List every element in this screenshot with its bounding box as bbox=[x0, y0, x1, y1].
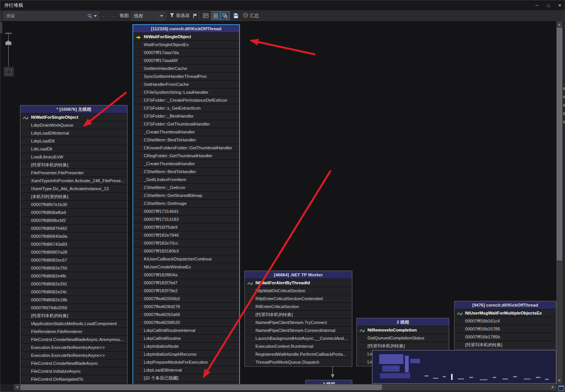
stack-header[interactable]: [112328] coreclr.dll!KickOffThread bbox=[133, 25, 239, 33]
stack-frame[interactable]: FileControl.InitializeAsync bbox=[20, 367, 127, 375]
stack-frame[interactable]: NtWaitForAlertByThreadId bbox=[245, 279, 352, 287]
stack-frame[interactable]: 00007fff16f75de9 bbox=[133, 223, 239, 231]
stacks-canvas[interactable]: [112328] coreclr.dll!KickOffThread NtWai… bbox=[14, 21, 556, 384]
stack-frame[interactable]: SyncGetItemHandlerThreadProc bbox=[133, 73, 239, 81]
stack-frame[interactable]: IXamlType.Do_Abi_ActivateInstance_13 bbox=[20, 185, 127, 193]
stack-frame[interactable]: RtlpEnterCriticalSectionContended bbox=[245, 295, 352, 303]
stack-frame[interactable]: 00007fff16b161c4 bbox=[454, 317, 556, 325]
stack-frame[interactable]: _GetILIndexFromItem bbox=[133, 176, 239, 184]
stack-frame[interactable]: NamedPipeClientStream.ConnectInternal bbox=[245, 327, 352, 335]
stack-frame[interactable]: 00007fff17aaa7da bbox=[133, 49, 239, 57]
stack-frame[interactable]: ExecutionContext.RunInternal bbox=[245, 342, 352, 350]
stack-box-112328[interactable]: [112328] coreclr.dll!KickOffThread NtWai… bbox=[132, 24, 240, 384]
method-view-toggle-button[interactable] bbox=[211, 11, 220, 20]
stack-frame[interactable]: LdrpInitializeNode bbox=[133, 342, 239, 350]
stack-frame[interactable]: NtRemoveIoCompletion bbox=[357, 326, 449, 334]
stack-frame[interactable]: [32 个条目已隐藏] bbox=[133, 374, 239, 382]
zoom-to-fit-button[interactable] bbox=[4, 67, 14, 76]
stack-frame[interactable]: [托管到本机的转换] bbox=[357, 342, 449, 350]
search-icon[interactable] bbox=[87, 14, 92, 19]
close-button[interactable]: ✕ bbox=[554, 0, 565, 10]
scroll-up-icon[interactable] bbox=[558, 23, 561, 26]
stack-frame[interactable]: CFileSysItemString::LoadHandler bbox=[133, 88, 239, 96]
stack-frame[interactable]: FilePresenter.FilePresenter bbox=[20, 169, 127, 177]
stack-frame[interactable]: 00007ffed6298520 bbox=[133, 319, 239, 327]
scroll-right-icon[interactable] bbox=[552, 386, 554, 389]
stack-frame[interactable]: 00007fff17aaa66f bbox=[133, 57, 239, 65]
stack-frame[interactable]: [托管到本机的转换] bbox=[245, 311, 352, 319]
stack-frame[interactable]: LaunchBackgroundHostAsync.__ConnectAnd..… bbox=[245, 335, 352, 342]
stack-frame[interactable]: Execution.ExecuteNoReentryAsync<> bbox=[20, 344, 127, 352]
stack-frame[interactable]: [托管到本机的转换] bbox=[454, 341, 556, 349]
stack-header[interactable]: [9476] coreclr.dll!KickOffThread bbox=[454, 301, 556, 309]
back-button[interactable]: ← bbox=[100, 12, 108, 20]
stack-frame[interactable]: FileControl.CreateNewBladeAsync.Anonymou… bbox=[20, 336, 127, 344]
stack-frame[interactable]: LdrpLoadDllInternal bbox=[133, 366, 239, 374]
stack-frame[interactable]: _CreateThumbnailHandler bbox=[133, 128, 239, 136]
scrollbar-options-button[interactable] bbox=[556, 384, 565, 392]
maximize-button[interactable]: □ bbox=[543, 0, 554, 10]
stack-frame[interactable]: 00007fff182f79e2 bbox=[133, 287, 239, 295]
stack-frame[interactable]: CShellItem::BindToHandler bbox=[133, 168, 239, 176]
stack-frame[interactable]: CFSFolder::_BindHandler bbox=[133, 112, 239, 120]
stack-frame[interactable]: LdrpDrainWorkQueue bbox=[20, 121, 127, 129]
stack-frame[interactable]: LoadLibraryExW bbox=[20, 153, 127, 161]
stack-frame[interactable]: 00007ffd867e1b30 bbox=[20, 201, 127, 209]
stack-box-9476[interactable]: [9476] coreclr.dll!KickOffThread NtUserM… bbox=[454, 301, 556, 349]
scroll-left-icon[interactable] bbox=[16, 386, 18, 389]
stack-frame[interactable]: CShellItem::_GetIcon bbox=[133, 184, 239, 192]
stack-frame[interactable]: FileRenderer.FileRenderer bbox=[20, 328, 127, 336]
stack-frame[interactable]: GetItemHandlerCache bbox=[133, 65, 239, 73]
stack-frame[interactable]: 00007ffed628d278 bbox=[133, 303, 239, 311]
view-dropdown[interactable]: 线程 bbox=[131, 12, 165, 20]
stack-frame[interactable]: NtUserCreateWindowEx bbox=[133, 263, 239, 271]
vertical-scrollbar-thumb[interactable] bbox=[557, 28, 562, 260]
stack-frame[interactable]: FileControl.CreateNewBladeAsync bbox=[20, 359, 127, 367]
stack-frame[interactable]: 00007fff16b1785b bbox=[454, 333, 556, 341]
auto-scroll-toggle-button[interactable] bbox=[221, 11, 230, 20]
stack-frame[interactable]: FileControl.OnNavigatedTo bbox=[20, 375, 127, 383]
stack-frame-list-button[interactable] bbox=[201, 11, 210, 20]
stack-frame[interactable]: _CreateThumbnailHandler bbox=[133, 160, 239, 168]
stack-frame[interactable]: RtlEnterCriticalSection bbox=[245, 303, 352, 311]
minimap[interactable] bbox=[372, 350, 556, 384]
stack-frame[interactable]: 00007ffd86840a9a bbox=[20, 232, 127, 240]
stack-frame[interactable]: NtWaitForSingleObject bbox=[133, 33, 239, 41]
stack-header[interactable]: 2 线程 bbox=[357, 318, 449, 326]
stack-frame[interactable]: CShellItem::GetSharedBitmap bbox=[133, 192, 239, 200]
stack-frame[interactable]: 00007ffd8682ec67 bbox=[20, 256, 127, 264]
stack-frame[interactable]: LdrpLoadDll bbox=[20, 137, 127, 145]
stack-frame[interactable]: LdrpCallInitRoutine bbox=[133, 335, 239, 342]
vertical-scrollbar[interactable] bbox=[556, 21, 563, 384]
stack-frame[interactable]: LdrpInitializeGraphRecurse bbox=[133, 350, 239, 358]
stack-frame[interactable]: ThreadPoolWorkQueue.Dispatch bbox=[245, 358, 352, 366]
stack-frame[interactable]: 00007ffd8682e18b bbox=[20, 296, 127, 304]
stack-header[interactable]: 2 线程 bbox=[306, 380, 352, 384]
forward-button[interactable]: → bbox=[109, 12, 117, 20]
stack-frame[interactable]: 00007ffd86807a28 bbox=[20, 248, 127, 256]
stack-box-100876[interactable]: * [100876] 主线程 NtWaitForSingleObjectLdrp… bbox=[20, 105, 128, 384]
stack-frame[interactable]: 00007ffd8682e750 bbox=[20, 264, 127, 272]
stack-frame[interactable]: 00007fff17313183 bbox=[133, 215, 239, 223]
search-chevron-down-icon[interactable] bbox=[94, 15, 97, 17]
stack-frame[interactable]: RegisteredWaitHandle.PerformCallbackPort… bbox=[245, 350, 352, 358]
stack-frame[interactable]: CFSFolder::_CreatePerInstanceDefExtIcon bbox=[133, 96, 239, 104]
stack-frame[interactable]: 00007fff182e7846 bbox=[133, 231, 239, 239]
stack-frame[interactable]: LdrpLoadDllInternal bbox=[20, 129, 127, 137]
stack-frame[interactable]: 00007ffd8682e4fb bbox=[20, 272, 127, 280]
stack-frame[interactable]: NamedPipeClientStream.TryConnect bbox=[245, 319, 352, 327]
stack-frame[interactable]: NtUserMsgWaitForMultipleObjectsEx bbox=[454, 309, 556, 317]
stack-frame[interactable]: 00007fff182f7bd7 bbox=[133, 279, 239, 287]
stack-frame[interactable]: CRegFolder::GetThumbnailHandler bbox=[133, 152, 239, 160]
minimize-button[interactable]: ─ bbox=[531, 0, 543, 10]
stack-frame[interactable]: RtlpWaitOnCriticalSection bbox=[245, 287, 352, 295]
zoom-slider-handle[interactable] bbox=[5, 40, 12, 45]
stack-frame[interactable]: CFSFolder::GetThumbnailHandler bbox=[133, 120, 239, 128]
horizontal-scrollbar[interactable] bbox=[14, 384, 556, 390]
stack-frame[interactable]: KiUserCallbackDispatcherContinue bbox=[133, 255, 239, 263]
stack-frame[interactable]: 00007ffed62555b2 bbox=[133, 295, 239, 303]
stack-frame[interactable]: [本机到托管的转换] bbox=[20, 193, 127, 201]
save-button[interactable] bbox=[231, 11, 240, 20]
stack-frame[interactable]: Execution.ExecuteNoReentryAsync<> bbox=[20, 352, 127, 359]
filter-button[interactable]: 筛选器 bbox=[168, 11, 191, 20]
